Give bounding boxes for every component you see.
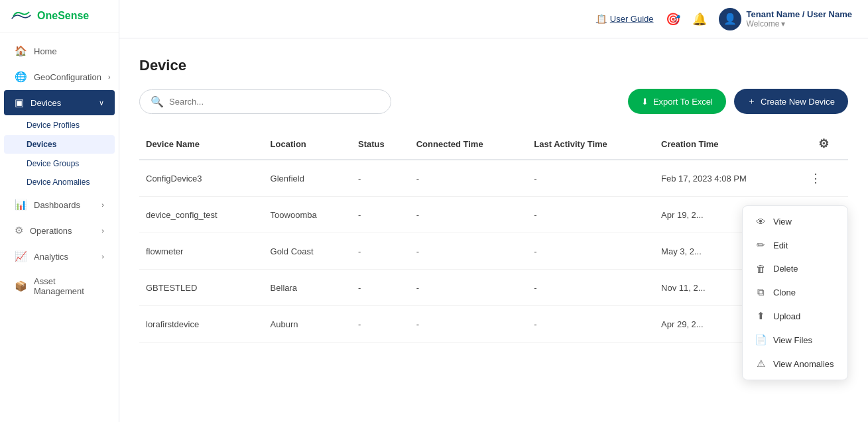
cell-connected-time: -	[410, 270, 528, 306]
col-creation-time: Creation Time	[654, 129, 799, 160]
cell-status: -	[351, 306, 410, 343]
sidebar-item-label: Asset Management	[34, 276, 104, 296]
sidebar-sub-item-device-groups[interactable]: Device Groups	[0, 154, 119, 173]
cell-location: Bellara	[264, 270, 351, 306]
page-title: Device	[139, 57, 848, 74]
context-menu-view-files-label: View Files	[773, 335, 812, 345]
user-welcome: Welcome ▾	[747, 19, 852, 28]
sidebar-item-label: Analytics	[34, 252, 68, 262]
cell-status: -	[351, 197, 410, 233]
download-icon: ⬇	[641, 97, 649, 107]
col-connected-time: Connected Time	[410, 129, 528, 160]
sidebar-item-asset-management[interactable]: 📦 Asset Management	[4, 270, 115, 303]
col-device-name: Device Name	[139, 129, 264, 160]
context-menu-clone[interactable]: ⧉ Clone	[743, 280, 847, 304]
context-menu-delete[interactable]: 🗑 Delete	[743, 257, 847, 280]
sidebar-item-dashboards[interactable]: 📊 Dashboards ›	[4, 192, 115, 217]
table-header: Device Name Location Status Connected Ti…	[139, 129, 848, 160]
create-device-button[interactable]: ＋ Create New Device	[734, 89, 848, 114]
cell-last-activity: -	[527, 233, 654, 270]
edit-icon: ✏	[755, 239, 767, 251]
sidebar-sub-item-device-profiles[interactable]: Device Profiles	[0, 116, 119, 134]
logo: OneSense	[0, 0, 119, 32]
cell-last-activity: -	[527, 197, 654, 233]
cell-last-activity: -	[527, 306, 654, 343]
user-guide-label: User Guide	[610, 14, 654, 24]
cell-location: Toowoomba	[264, 197, 351, 233]
upload-icon: ⬆	[755, 310, 767, 322]
context-menu-view-anomalies-label: View Anomalies	[773, 359, 834, 369]
context-menu-clone-label: Clone	[773, 288, 796, 297]
cell-connected-time: -	[410, 306, 528, 343]
context-menu: 👁 View ✏ Edit 🗑 Delete ⧉ Clone ⬆ Upload …	[742, 205, 848, 380]
search-box[interactable]: 🔍	[139, 89, 391, 114]
context-menu-view-anomalies[interactable]: ⚠ View Anomalies	[743, 352, 847, 376]
chevron-right-icon: ›	[108, 73, 111, 81]
cell-device-name: ConfigDevice3	[139, 160, 264, 197]
geoconfiguration-icon: 🌐	[15, 71, 27, 83]
chevron-right-icon: ›	[101, 227, 104, 235]
files-icon: 📄	[755, 334, 767, 346]
logo-text: OneSense	[37, 10, 89, 22]
context-menu-view-label: View	[773, 217, 792, 227]
sidebar-sub-item-devices[interactable]: Devices	[4, 135, 115, 154]
context-menu-view-files[interactable]: 📄 View Files	[743, 328, 847, 352]
export-button[interactable]: ⬇ Export To Excel	[628, 89, 726, 114]
sidebar-item-geoconfiguration[interactable]: 🌐 GeoConfiguration ›	[4, 64, 115, 89]
cell-connected-time: -	[410, 197, 528, 233]
cell-status: -	[351, 160, 410, 197]
context-menu-view[interactable]: 👁 View	[743, 210, 847, 233]
col-location: Location	[264, 129, 351, 160]
context-menu-edit-label: Edit	[773, 240, 788, 250]
user-profile[interactable]: 👤 Tenant Name / User Name Welcome ▾	[719, 8, 852, 30]
cell-actions[interactable]: ⋮	[799, 160, 848, 197]
avatar-icon: 👤	[723, 13, 737, 25]
cell-device-name: GBTESTLED	[139, 270, 264, 306]
context-menu-upload[interactable]: ⬆ Upload	[743, 304, 847, 328]
cell-device-name: flowmeter	[139, 233, 264, 270]
cell-status: -	[351, 270, 410, 306]
asset-icon: 📦	[15, 280, 27, 292]
cell-device-name: device_config_test	[139, 197, 264, 233]
context-menu-delete-label: Delete	[773, 264, 798, 274]
col-status: Status	[351, 129, 410, 160]
sidebar-item-analytics[interactable]: 📈 Analytics ›	[4, 244, 115, 269]
settings-wheel-icon[interactable]: 🎯	[666, 12, 680, 26]
sidebar-item-label: Dashboards	[34, 200, 80, 210]
chevron-down-icon: ▾	[781, 19, 785, 28]
sidebar-item-label: Home	[34, 46, 57, 56]
user-guide-icon: 📋	[596, 14, 607, 24]
view-icon: 👁	[755, 216, 767, 227]
topbar: 📋 User Guide 🎯 🔔 👤 Tenant Name / User Na…	[119, 0, 868, 38]
cell-last-activity: -	[527, 160, 654, 197]
sidebar-item-operations[interactable]: ⚙ Operations ›	[4, 218, 115, 243]
cell-location: Glenfield	[264, 160, 351, 197]
cell-device-name: lorafirstdevice	[139, 306, 264, 343]
sidebar-item-home[interactable]: 🏠 Home	[4, 38, 115, 64]
table-row: ConfigDevice3 Glenfield - - - Feb 17, 20…	[139, 160, 848, 197]
search-icon: 🔍	[151, 95, 164, 108]
toolbar: 🔍 ⬇ Export To Excel ＋ Create New Device	[139, 89, 848, 114]
three-dot-menu[interactable]: ⋮	[806, 170, 826, 187]
col-settings[interactable]: ⚙	[799, 129, 848, 160]
devices-icon: ▣	[15, 97, 24, 109]
cell-connected-time: -	[410, 233, 528, 270]
sidebar-item-devices[interactable]: ▣ Devices ∨	[4, 90, 115, 115]
toolbar-actions: ⬇ Export To Excel ＋ Create New Device	[628, 89, 848, 114]
sidebar-item-label: Operations	[30, 226, 72, 236]
search-input[interactable]	[169, 97, 380, 107]
sidebar-nav: 🏠 Home 🌐 GeoConfiguration › ▣ Devices ∨ …	[0, 32, 119, 422]
cell-location: Gold Coast	[264, 233, 351, 270]
sidebar-sub-item-device-anomalies[interactable]: Device Anomalies	[0, 173, 119, 191]
cell-last-activity: -	[527, 270, 654, 306]
col-last-activity-time: Last Activity Time	[527, 129, 654, 160]
cell-location: Auburn	[264, 306, 351, 343]
plus-icon: ＋	[747, 95, 756, 107]
chevron-down-icon: ∨	[99, 99, 104, 107]
sidebar: OneSense 🏠 Home 🌐 GeoConfiguration › ▣ D…	[0, 0, 119, 422]
delete-icon: 🗑	[755, 263, 767, 274]
notifications-icon[interactable]: 🔔	[692, 12, 707, 26]
context-menu-edit[interactable]: ✏ Edit	[743, 233, 847, 257]
gear-icon: ⚙	[818, 137, 829, 150]
user-guide-link[interactable]: 📋 User Guide	[596, 14, 654, 24]
